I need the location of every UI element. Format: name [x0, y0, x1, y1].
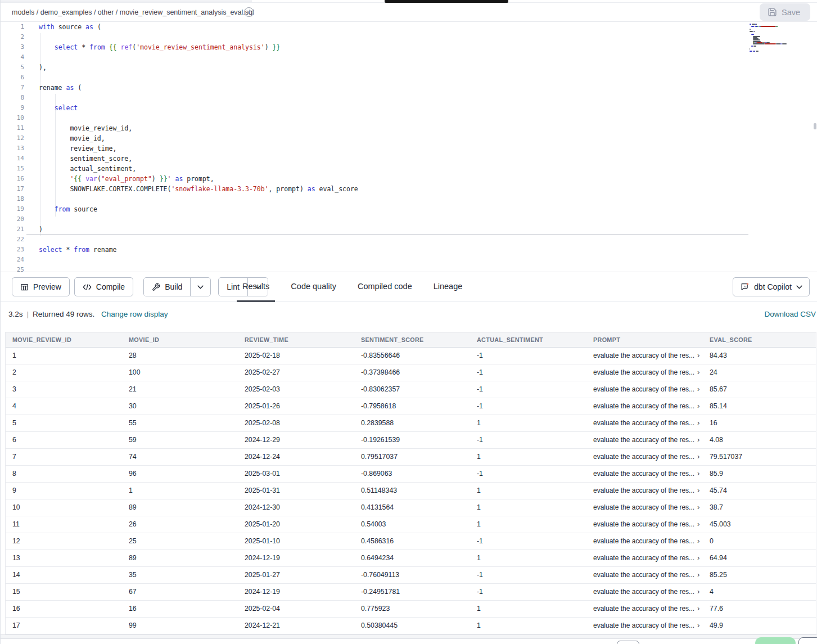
editor-minimap[interactable] [750, 24, 813, 55]
bottom-partial-button-right[interactable] [798, 637, 817, 644]
cell-movie_review_id: 5 [6, 415, 122, 431]
cell-movie_id: 100 [122, 364, 238, 381]
table-row: 10892024-12-300.41315641evaluate the acc… [6, 499, 816, 516]
prompt-expand-chevron-icon[interactable]: › [697, 436, 699, 443]
prompt-expand-chevron-icon[interactable]: › [697, 605, 699, 612]
tab-results[interactable]: Results [237, 272, 275, 301]
line-number: 16 [1, 174, 24, 184]
bottom-status-pill[interactable] [755, 637, 796, 644]
cell-review_time: 2025-02-04 [238, 601, 354, 617]
cell-eval_score: 85.9 [703, 466, 816, 482]
cell-movie_review_id: 6 [6, 432, 122, 448]
code-line: 12 movie_id, [1, 133, 817, 143]
cell-sentiment_score: -0.24951781 [354, 584, 470, 600]
tab-compiled-code[interactable]: Compiled code [352, 272, 418, 301]
save-button[interactable]: Save [760, 3, 810, 21]
table-row: 912025-01-310.511483431evaluate the accu… [6, 483, 816, 499]
compile-button[interactable]: Compile [74, 277, 133, 296]
cell-actual_sentiment: -1 [470, 584, 586, 600]
code-line: 10 [1, 113, 817, 123]
column-header-movie_review_id: MOVIE_REVIEW_ID [6, 332, 122, 347]
cell-sentiment_score: 0.4131564 [354, 499, 470, 516]
tab-code-quality[interactable]: Code quality [285, 272, 342, 301]
code-line: 22 [1, 235, 817, 245]
code-line: 14 sentiment_score, [1, 154, 817, 164]
line-number: 2 [1, 32, 24, 42]
cell-actual_sentiment: 1 [470, 550, 586, 566]
tab-lineage[interactable]: Lineage [428, 272, 468, 301]
prompt-expand-chevron-icon[interactable]: › [697, 554, 699, 561]
cell-review_time: 2024-12-24 [238, 449, 354, 465]
prompt-expand-chevron-icon[interactable]: › [697, 622, 699, 629]
line-number: 7 [1, 83, 24, 93]
change-row-display-link[interactable]: Change row display [101, 310, 168, 318]
table-row: 15672024-12-19-0.24951781-1evaluate the … [6, 584, 816, 601]
editor-scrollbar-thumb[interactable] [814, 123, 816, 129]
cell-movie_id: 74 [122, 449, 238, 465]
cell-movie_id: 28 [122, 348, 238, 364]
cell-eval_score: 77.6 [703, 601, 816, 617]
code-line: 9 select [1, 103, 817, 113]
cell-eval_score: 16 [703, 415, 816, 431]
column-header-movie_id: MOVIE_ID [122, 332, 238, 347]
prompt-expand-chevron-icon[interactable]: › [697, 453, 699, 460]
build-button[interactable]: Build [144, 278, 190, 296]
breadcrumb[interactable]: models / demo_examples / other / movie_r… [12, 3, 254, 22]
prompt-expand-chevron-icon[interactable]: › [697, 385, 699, 393]
file-header-bar: models / demo_examples / other / movie_r… [1, 3, 817, 22]
cell-actual_sentiment: 1 [470, 415, 586, 431]
code-editor[interactable]: 1with source as (23 select * from {{ ref… [1, 22, 817, 272]
cell-movie_review_id: 3 [6, 381, 122, 398]
line-number: 12 [1, 133, 24, 143]
build-dropdown-chevron[interactable] [190, 278, 210, 296]
build-split-button: Build [143, 277, 211, 296]
bottom-partial-button[interactable] [617, 641, 639, 644]
cell-sentiment_score: -0.869063 [354, 466, 470, 482]
cell-actual_sentiment: -1 [470, 533, 586, 550]
download-csv-link[interactable]: Download CSV [764, 310, 816, 318]
returned-rows-text: Returned 49 rows. [33, 310, 94, 318]
results-table: MOVIE_REVIEW_IDMOVIE_IDREVIEW_TIMESENTIM… [5, 332, 816, 634]
prompt-expand-chevron-icon[interactable]: › [697, 352, 699, 359]
prompt-expand-chevron-icon[interactable]: › [697, 470, 699, 477]
cell-movie_id: 55 [122, 415, 238, 431]
dbt-copilot-button[interactable]: dbt Copilot [733, 277, 810, 296]
prompt-expand-chevron-icon[interactable]: › [697, 588, 699, 595]
prompt-expand-chevron-icon[interactable]: › [697, 402, 699, 409]
prompt-expand-chevron-icon[interactable]: › [697, 520, 699, 528]
cell-eval_score: 85.25 [703, 567, 816, 583]
cell-prompt: evaluate the accuracy of the res...› [586, 432, 703, 448]
code-line: 8 [1, 93, 817, 103]
cell-prompt: evaluate the accuracy of the res...› [586, 398, 703, 415]
table-row: 14352025-01-27-0.76049113-1evaluate the … [6, 567, 816, 584]
code-line: 23select * from rename [1, 245, 817, 255]
cell-eval_score: 0 [703, 533, 816, 550]
prompt-expand-chevron-icon[interactable]: › [697, 537, 699, 544]
cell-eval_score: 38.7 [703, 499, 816, 516]
code-line: 16 '{{ var("eval_prompt") }}' as prompt, [1, 174, 817, 184]
code-line: 3 select * from {{ ref('movie_review_sen… [1, 42, 817, 52]
prompt-expand-chevron-icon[interactable]: › [697, 503, 699, 511]
cell-review_time: 2025-02-08 [238, 415, 354, 431]
cell-prompt: evaluate the accuracy of the res...› [586, 533, 703, 550]
table-row: 17992024-12-210.503804451evaluate the ac… [6, 618, 816, 634]
query-status-row: 3.2s|Returned 49 rows. Change row displa… [1, 302, 817, 332]
cell-movie_review_id: 8 [6, 466, 122, 482]
cell-sentiment_score: 0.54003 [354, 516, 470, 533]
prompt-expand-chevron-icon[interactable]: › [697, 571, 699, 578]
table-row: 13892024-12-190.64942341evaluate the acc… [6, 550, 816, 567]
table-row: 6592024-12-29-0.19261539-1evaluate the a… [6, 432, 816, 449]
line-number: 25 [1, 265, 24, 272]
code-line: 20 [1, 214, 817, 224]
prompt-expand-chevron-icon[interactable]: › [697, 419, 699, 426]
save-icon [768, 7, 777, 17]
preview-button[interactable]: Preview [12, 277, 70, 296]
cell-prompt: evaluate the accuracy of the res...› [586, 516, 703, 533]
horizontal-scrollbar-track[interactable] [1, 634, 817, 639]
cell-actual_sentiment: -1 [470, 364, 586, 381]
cell-sentiment_score: 0.4586316 [354, 533, 470, 550]
cell-prompt: evaluate the accuracy of the res...› [586, 601, 703, 617]
prompt-expand-chevron-icon[interactable]: › [697, 368, 699, 376]
prompt-expand-chevron-icon[interactable]: › [697, 487, 699, 494]
results-tabs: ResultsCode qualityCompiled codeLineage [237, 272, 478, 301]
